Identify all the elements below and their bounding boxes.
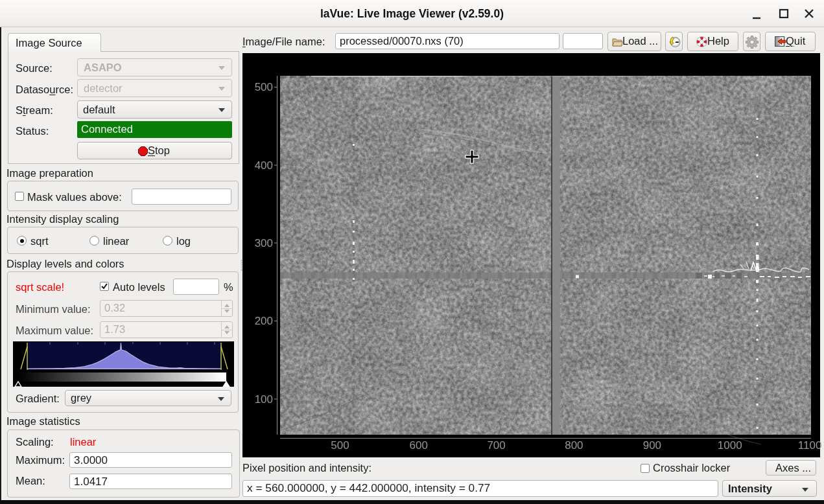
svg-text:500: 500 — [331, 439, 349, 452]
svg-text:1100: 1100 — [798, 439, 822, 452]
svg-text:700: 700 — [487, 439, 505, 452]
svg-text:900: 900 — [643, 439, 661, 452]
svg-text:200: 200 — [255, 315, 273, 327]
svg-text:100: 100 — [255, 393, 273, 406]
svg-text:300: 300 — [255, 237, 273, 249]
svg-text:1000: 1000 — [718, 439, 742, 452]
svg-text:500: 500 — [255, 81, 273, 93]
svg-text:800: 800 — [565, 439, 583, 452]
svg-text:600: 600 — [410, 439, 428, 452]
svg-text:400: 400 — [255, 159, 273, 172]
